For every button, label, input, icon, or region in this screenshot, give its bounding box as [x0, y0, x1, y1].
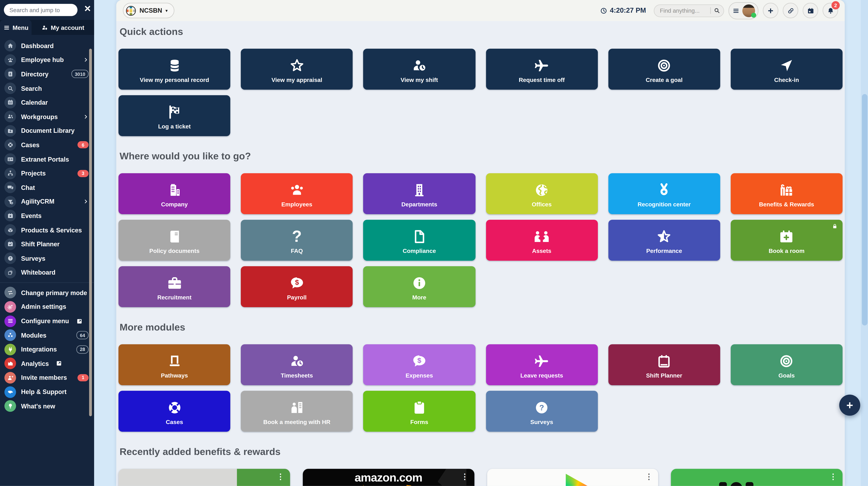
sidebar-item-search[interactable]: Search: [0, 81, 94, 95]
star-icon: [289, 56, 305, 73]
svg-text:$: $: [417, 356, 421, 364]
search-icon[interactable]: [710, 7, 720, 14]
tile-goals[interactable]: Goals: [731, 344, 843, 385]
badge: 6: [78, 141, 89, 149]
tile-cases[interactable]: Cases: [118, 391, 230, 432]
sidebar-item-dashboard[interactable]: Dashboard: [0, 39, 94, 53]
sidebar-item-workgroups[interactable]: Workgroups: [0, 109, 94, 124]
page-scrollbar-thumb[interactable]: [862, 94, 867, 325]
reward-card-4[interactable]: ⋮: [671, 469, 843, 486]
tile-recognition-center[interactable]: Recognition center: [608, 173, 720, 214]
sidebar-item-analytics[interactable]: Analytics: [0, 357, 94, 371]
tile-compliance[interactable]: Compliance: [363, 220, 475, 261]
sidebar-item-surveys[interactable]: ?Surveys: [0, 251, 94, 265]
reward-card-1[interactable]: ⋮: [118, 469, 290, 486]
sidebar-item-chat[interactable]: Chat: [0, 180, 94, 195]
link-button[interactable]: [783, 3, 798, 18]
sidebar-item-modules[interactable]: Modules64: [0, 328, 94, 343]
tile-offices[interactable]: Offices: [486, 173, 598, 214]
sidebar-item-invite-members[interactable]: Invite members1: [0, 370, 94, 385]
tile-book-a-meeting-with-hr[interactable]: Book a meeting with HR: [241, 391, 353, 432]
layers-icon: [4, 267, 16, 278]
sidebar-item-document-library[interactable]: Document Library: [0, 124, 94, 138]
sidebar-scrollbar[interactable]: [89, 49, 92, 416]
tab-my-account[interactable]: My account: [32, 20, 94, 35]
tile-benefits-rewards[interactable]: Benefits & Rewards: [731, 173, 843, 214]
sidebar-item-products-services[interactable]: Products & Services: [0, 223, 94, 237]
org-switcher-button[interactable]: NCSBN ▾: [123, 3, 174, 18]
tile-performance[interactable]: Performance: [608, 220, 720, 261]
kebab-menu-icon[interactable]: ⋮: [645, 473, 653, 481]
page-scrollbar-track[interactable]: [861, 0, 868, 486]
tile-payroll[interactable]: $Payroll: [241, 266, 353, 307]
sidebar-item-whiteboard[interactable]: Whiteboard: [0, 265, 94, 280]
current-time: 4:20:27 PM: [610, 7, 646, 14]
close-icon[interactable]: ×: [84, 2, 91, 15]
sidebar-item-configure-menu[interactable]: Configure menu: [0, 314, 94, 328]
sidebar-item-extranet-portals[interactable]: Extranet Portals: [0, 152, 94, 166]
sidebar-item-calendar[interactable]: Calendar: [0, 95, 94, 110]
kebab-menu-icon[interactable]: ⋮: [829, 473, 837, 481]
lightbulb-icon: [4, 400, 16, 412]
reward-card-amazon[interactable]: amazon.comgift card⋮: [303, 469, 474, 486]
tile-timesheets[interactable]: Timesheets: [241, 344, 353, 385]
org-name: NCSBN: [140, 7, 162, 14]
calendarplain-icon: [656, 351, 672, 369]
tile-view-my-appraisal[interactable]: View my appraisal: [241, 49, 353, 90]
sidebar-item-agilitycrm[interactable]: $AgilityCRM: [0, 195, 94, 209]
tile-request-time-off[interactable]: Request time off: [486, 49, 598, 90]
kebab-menu-icon[interactable]: ⋮: [461, 473, 469, 481]
add-button[interactable]: +: [763, 3, 778, 18]
tile-forms[interactable]: Forms: [363, 391, 475, 432]
tile-book-a-room[interactable]: Book a room: [731, 220, 843, 261]
starhalf-icon: [656, 227, 672, 245]
tile-policy-documents[interactable]: Policy documents: [118, 220, 230, 261]
sidebar-item-shift-planner[interactable]: Shift Planner: [0, 237, 94, 251]
funneldollar-icon: $: [4, 196, 16, 207]
sidebar-item-employee-hub[interactable]: Employee hub: [0, 53, 94, 67]
flagcheckered-icon: [166, 102, 182, 120]
reward-card-3[interactable]: ⋮: [487, 469, 658, 486]
tile-view-my-shift[interactable]: View my shift: [363, 49, 475, 90]
tile-log-a-ticket[interactable]: Log a ticket: [118, 95, 230, 136]
sidebar-item-integrations[interactable]: Integrations28: [0, 342, 94, 357]
tile-assets[interactable]: Assets: [486, 220, 598, 261]
tile-expenses[interactable]: $Expenses: [363, 344, 475, 385]
sidebar-item-cases[interactable]: Cases6: [0, 138, 94, 152]
tile-surveys[interactable]: ?Surveys: [486, 391, 598, 432]
tile-employees[interactable]: Employees: [241, 173, 353, 214]
tile-departments[interactable]: Departments: [363, 173, 475, 214]
sidebar-item-directory[interactable]: Directory3010: [0, 67, 94, 81]
tile-pathways[interactable]: Pathways: [118, 344, 230, 385]
tile-check-in[interactable]: Check-in: [731, 49, 843, 90]
tile-recruitment[interactable]: Recruitment: [118, 266, 230, 307]
sidebar-item-projects[interactable]: Projects3: [0, 166, 94, 181]
tile-shift-planner[interactable]: Shift Planner: [608, 344, 720, 385]
sidebar-search-input[interactable]: Search and jump to: [4, 4, 78, 16]
calendar-button[interactable]: [803, 3, 818, 18]
sidebar-item-help-support[interactable]: Help & Support: [0, 385, 94, 399]
sidebar-item-what-s-new[interactable]: What's new: [0, 399, 94, 413]
network-icon: [4, 167, 16, 179]
kebab-menu-icon[interactable]: ⋮: [277, 473, 284, 481]
sidebar-item-change-primary-mode[interactable]: Change primary mode: [0, 286, 94, 300]
tile-leave-requests[interactable]: Leave requests: [486, 344, 598, 385]
quick-actions-grid: View my personal recordView my appraisal…: [118, 49, 842, 136]
tile-more[interactable]: More: [363, 266, 475, 307]
navigate-grid: CompanyEmployeesDepartmentsOfficesRecogn…: [118, 173, 842, 307]
fab-add-button[interactable]: +: [839, 395, 860, 416]
amazon-smile: [363, 484, 407, 486]
account-menu-button[interactable]: [728, 2, 758, 19]
tile-company[interactable]: Company: [118, 173, 230, 214]
tile-create-a-goal[interactable]: Create a goal: [608, 49, 720, 90]
tile-faq[interactable]: ?FAQ: [241, 220, 353, 261]
sidebar-item-events[interactable]: Events: [0, 209, 94, 223]
sidebar-top: Search and jump to ×: [0, 0, 94, 20]
sidebar-item-admin-settings[interactable]: Admin settings: [0, 300, 94, 314]
notifications-button[interactable]: 2: [823, 3, 838, 18]
tab-menu[interactable]: Menu: [0, 20, 32, 35]
global-search-input[interactable]: Find anything...: [654, 4, 724, 17]
target-icon: [779, 351, 795, 369]
tile-view-my-personal-record[interactable]: View my personal record: [118, 49, 230, 90]
chartarea-icon: [4, 358, 16, 369]
